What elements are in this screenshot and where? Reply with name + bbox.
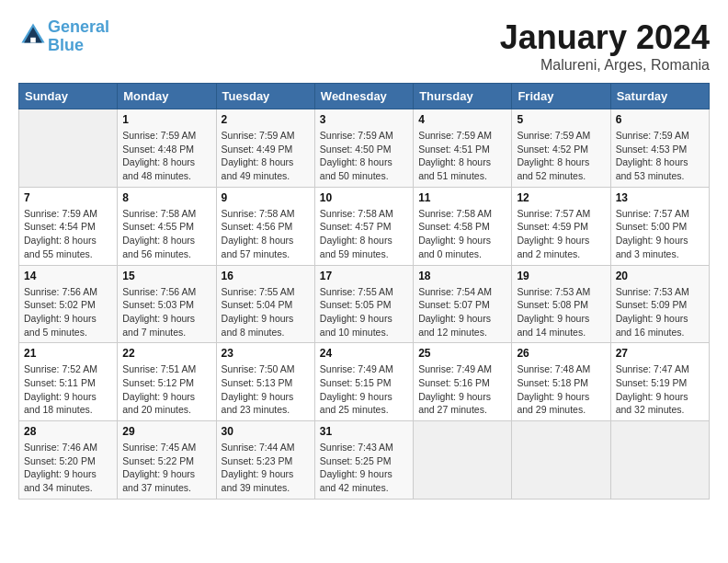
weekday-header-thursday: Thursday xyxy=(414,84,512,109)
day-number: 10 xyxy=(320,191,408,204)
day-detail: Sunrise: 7:53 AM Sunset: 5:09 PM Dayligh… xyxy=(616,285,704,339)
day-number: 20 xyxy=(616,270,704,282)
day-detail: Sunrise: 7:57 AM Sunset: 4:59 PM Dayligh… xyxy=(517,207,605,261)
day-number: 22 xyxy=(122,347,210,360)
calendar-cell: 20Sunrise: 7:53 AM Sunset: 5:09 PM Dayli… xyxy=(610,265,709,343)
page-header: General Blue January 2024 Malureni, Arge… xyxy=(18,18,710,74)
day-detail: Sunrise: 7:55 AM Sunset: 5:04 PM Dayligh… xyxy=(222,285,310,339)
calendar-week-5: 28Sunrise: 7:46 AM Sunset: 5:20 PM Dayli… xyxy=(19,421,710,500)
day-number: 19 xyxy=(517,270,605,282)
day-detail: Sunrise: 7:51 AM Sunset: 5:12 PM Dayligh… xyxy=(122,362,210,417)
day-number: 28 xyxy=(24,425,112,438)
day-number: 31 xyxy=(320,425,408,438)
calendar-cell: 25Sunrise: 7:49 AM Sunset: 5:16 PM Dayli… xyxy=(414,343,512,421)
calendar-cell: 31Sunrise: 7:43 AM Sunset: 5:25 PM Dayli… xyxy=(314,421,413,500)
day-number: 3 xyxy=(320,113,408,126)
day-detail: Sunrise: 7:49 AM Sunset: 5:16 PM Dayligh… xyxy=(418,362,506,417)
day-number: 18 xyxy=(418,270,506,282)
calendar-week-2: 7Sunrise: 7:59 AM Sunset: 4:54 PM Daylig… xyxy=(19,187,710,265)
day-detail: Sunrise: 7:58 AM Sunset: 4:58 PM Dayligh… xyxy=(418,207,506,261)
svg-rect-2 xyxy=(30,38,36,43)
calendar-cell: 18Sunrise: 7:54 AM Sunset: 5:07 PM Dayli… xyxy=(414,265,512,343)
calendar-cell: 14Sunrise: 7:56 AM Sunset: 5:02 PM Dayli… xyxy=(19,265,118,343)
day-detail: Sunrise: 7:56 AM Sunset: 5:03 PM Dayligh… xyxy=(122,285,210,339)
day-number: 4 xyxy=(418,113,506,126)
calendar-body: 1Sunrise: 7:59 AM Sunset: 4:48 PM Daylig… xyxy=(19,109,710,500)
weekday-header-row: SundayMondayTuesdayWednesdayThursdayFrid… xyxy=(19,84,710,109)
calendar-week-4: 21Sunrise: 7:52 AM Sunset: 5:11 PM Dayli… xyxy=(19,343,710,421)
calendar-cell: 12Sunrise: 7:57 AM Sunset: 4:59 PM Dayli… xyxy=(512,187,610,265)
calendar-week-3: 14Sunrise: 7:56 AM Sunset: 5:02 PM Dayli… xyxy=(19,265,710,343)
day-number: 30 xyxy=(222,425,310,438)
calendar-cell: 19Sunrise: 7:53 AM Sunset: 5:08 PM Dayli… xyxy=(512,265,610,343)
day-detail: Sunrise: 7:59 AM Sunset: 4:54 PM Dayligh… xyxy=(24,207,112,261)
day-number: 2 xyxy=(222,113,310,126)
day-number: 15 xyxy=(122,270,210,282)
day-number: 27 xyxy=(616,347,704,360)
day-number: 6 xyxy=(616,113,704,126)
day-number: 8 xyxy=(122,191,210,204)
day-detail: Sunrise: 7:48 AM Sunset: 5:18 PM Dayligh… xyxy=(517,362,605,417)
day-detail: Sunrise: 7:53 AM Sunset: 5:08 PM Dayligh… xyxy=(517,285,605,339)
day-number: 26 xyxy=(517,347,605,360)
calendar-cell: 13Sunrise: 7:57 AM Sunset: 5:00 PM Dayli… xyxy=(610,187,709,265)
calendar-cell: 28Sunrise: 7:46 AM Sunset: 5:20 PM Dayli… xyxy=(19,421,118,500)
day-number: 14 xyxy=(24,270,112,282)
day-detail: Sunrise: 7:43 AM Sunset: 5:25 PM Dayligh… xyxy=(320,441,408,495)
day-number: 24 xyxy=(320,347,408,360)
calendar-cell xyxy=(512,421,610,500)
day-detail: Sunrise: 7:59 AM Sunset: 4:52 PM Dayligh… xyxy=(517,129,605,183)
calendar-cell: 24Sunrise: 7:49 AM Sunset: 5:15 PM Dayli… xyxy=(314,343,413,421)
day-number: 25 xyxy=(418,347,506,360)
day-detail: Sunrise: 7:59 AM Sunset: 4:49 PM Dayligh… xyxy=(222,129,310,183)
calendar-cell: 17Sunrise: 7:55 AM Sunset: 5:05 PM Dayli… xyxy=(314,265,413,343)
day-number: 13 xyxy=(616,191,704,204)
day-detail: Sunrise: 7:59 AM Sunset: 4:51 PM Dayligh… xyxy=(418,129,506,183)
calendar-cell xyxy=(19,109,118,188)
day-number: 5 xyxy=(517,113,605,126)
calendar-cell: 11Sunrise: 7:58 AM Sunset: 4:58 PM Dayli… xyxy=(414,187,512,265)
day-detail: Sunrise: 7:52 AM Sunset: 5:11 PM Dayligh… xyxy=(24,362,112,417)
calendar-cell: 23Sunrise: 7:50 AM Sunset: 5:13 PM Dayli… xyxy=(216,343,314,421)
day-number: 16 xyxy=(222,270,310,282)
logo-text-line1: General xyxy=(48,18,109,37)
weekday-header-saturday: Saturday xyxy=(610,84,709,109)
calendar-cell: 26Sunrise: 7:48 AM Sunset: 5:18 PM Dayli… xyxy=(512,343,610,421)
day-number: 17 xyxy=(320,270,408,282)
weekday-header-monday: Monday xyxy=(118,84,216,109)
day-number: 12 xyxy=(517,191,605,204)
calendar-cell: 5Sunrise: 7:59 AM Sunset: 4:52 PM Daylig… xyxy=(512,109,610,188)
day-detail: Sunrise: 7:45 AM Sunset: 5:22 PM Dayligh… xyxy=(122,441,210,495)
day-number: 21 xyxy=(24,347,112,360)
day-detail: Sunrise: 7:50 AM Sunset: 5:13 PM Dayligh… xyxy=(222,362,310,417)
weekday-header-wednesday: Wednesday xyxy=(314,84,413,109)
day-detail: Sunrise: 7:54 AM Sunset: 5:07 PM Dayligh… xyxy=(418,285,506,339)
calendar-cell xyxy=(414,421,512,500)
calendar-cell: 30Sunrise: 7:44 AM Sunset: 5:23 PM Dayli… xyxy=(216,421,314,500)
day-detail: Sunrise: 7:49 AM Sunset: 5:15 PM Dayligh… xyxy=(320,362,408,417)
day-detail: Sunrise: 7:59 AM Sunset: 4:48 PM Dayligh… xyxy=(122,129,210,183)
calendar-cell: 6Sunrise: 7:59 AM Sunset: 4:53 PM Daylig… xyxy=(610,109,709,188)
day-detail: Sunrise: 7:58 AM Sunset: 4:57 PM Dayligh… xyxy=(320,207,408,261)
day-detail: Sunrise: 7:46 AM Sunset: 5:20 PM Dayligh… xyxy=(24,441,112,495)
calendar-cell: 16Sunrise: 7:55 AM Sunset: 5:04 PM Dayli… xyxy=(216,265,314,343)
day-detail: Sunrise: 7:57 AM Sunset: 5:00 PM Dayligh… xyxy=(616,207,704,261)
calendar-cell: 29Sunrise: 7:45 AM Sunset: 5:22 PM Dayli… xyxy=(118,421,216,500)
title-block: January 2024 Malureni, Arges, Romania xyxy=(500,18,710,74)
day-detail: Sunrise: 7:58 AM Sunset: 4:55 PM Dayligh… xyxy=(122,207,210,261)
calendar-cell: 21Sunrise: 7:52 AM Sunset: 5:11 PM Dayli… xyxy=(19,343,118,421)
day-number: 23 xyxy=(222,347,310,360)
calendar-cell: 3Sunrise: 7:59 AM Sunset: 4:50 PM Daylig… xyxy=(314,109,413,188)
day-number: 7 xyxy=(24,191,112,204)
calendar-cell: 7Sunrise: 7:59 AM Sunset: 4:54 PM Daylig… xyxy=(19,187,118,265)
day-number: 11 xyxy=(418,191,506,204)
logo-icon xyxy=(20,22,46,48)
calendar-cell: 2Sunrise: 7:59 AM Sunset: 4:49 PM Daylig… xyxy=(216,109,314,188)
calendar-week-1: 1Sunrise: 7:59 AM Sunset: 4:48 PM Daylig… xyxy=(19,109,710,188)
day-detail: Sunrise: 7:59 AM Sunset: 4:53 PM Dayligh… xyxy=(616,129,704,183)
day-detail: Sunrise: 7:47 AM Sunset: 5:19 PM Dayligh… xyxy=(616,362,704,417)
calendar-cell: 27Sunrise: 7:47 AM Sunset: 5:19 PM Dayli… xyxy=(610,343,709,421)
weekday-header-sunday: Sunday xyxy=(19,84,118,109)
page-subtitle: Malureni, Arges, Romania xyxy=(500,57,710,74)
page-title: January 2024 xyxy=(500,18,710,57)
